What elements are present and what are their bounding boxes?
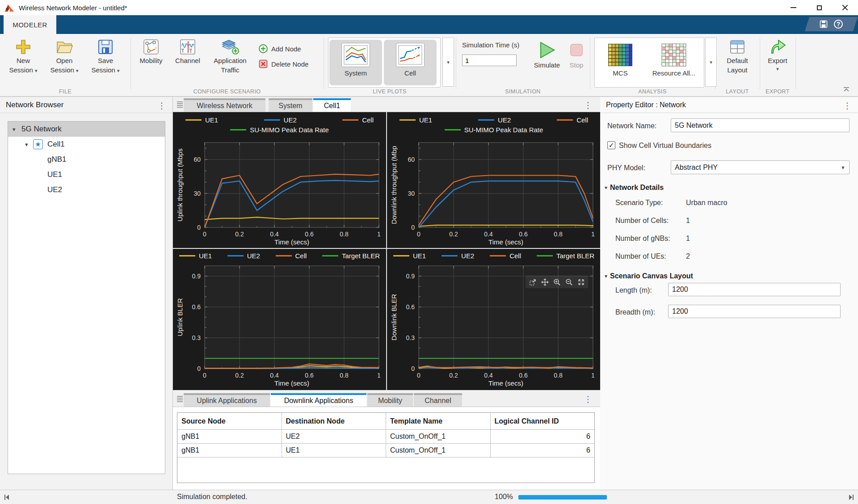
quick-save-icon[interactable] [820,20,828,28]
delete-node-icon [258,59,268,69]
resource-allocation-button[interactable]: Resource All... [646,40,702,85]
delete-node-button[interactable]: Delete Node [258,59,308,69]
plot-panel-menu-icon[interactable]: ⋮ [584,100,593,110]
channel-button[interactable]: Channel [171,38,205,65]
restore-view-icon[interactable] [576,277,586,287]
application-traffic-button[interactable]: Application Traffic [206,38,254,74]
minimize-button[interactable] [780,0,806,15]
legend-line-swatch [478,119,494,121]
app-logo-icon [4,3,14,12]
live-plots-dropdown[interactable]: ▾ [442,38,454,87]
network-name-input[interactable] [671,118,850,132]
analysis-dropdown[interactable]: ▾ [705,38,717,87]
drag-handle-icon[interactable] [177,396,183,402]
mcs-button[interactable]: MCS [595,40,645,85]
caret-down-icon: ▾ [35,68,38,73]
phy-model-dropdown[interactable]: Abstract PHY ▼ [671,160,850,174]
legend-item: UE1 [179,252,212,260]
export-button[interactable]: Export ▾ [761,38,795,72]
new-session-button[interactable]: New Session ▾ [4,38,43,75]
titlebar: Wireless Network Modeler - untitled* [0,0,858,15]
tab-downlink-applications[interactable]: Downlink Applications [271,393,366,407]
svg-text:Uplink throughput (Mbps: Uplink throughput (Mbps [176,148,184,221]
table-header-row: Source Node Destination Node Template Na… [177,413,594,430]
svg-text:0.9: 0.9 [406,273,415,280]
tree-item-ue2[interactable]: UE2 [8,182,165,197]
tree-item-ue1[interactable]: UE1 [8,167,165,182]
add-node-button[interactable]: Add Node [258,44,301,54]
breadth-input[interactable] [668,305,841,318]
downlink-bler-legend: UE1UE2CellTarget BLER [387,249,601,262]
tree-item-cell1[interactable]: ▾ ★ Cell1 [8,137,165,152]
collapse-left-panel-icon[interactable] [4,494,11,501]
save-session-button[interactable]: Save Session ▾ [86,38,125,75]
progress-percent: 100% [472,493,513,501]
drag-handle-icon[interactable] [177,101,183,108]
section-caret-icon: ▾ [605,273,607,279]
canvas-layout-section[interactable]: ▾ Scenario Canvas Layout [605,272,693,280]
tab-cell1[interactable]: Cell1 [313,98,351,112]
quick-access-toolbar: ? [805,17,858,31]
property-editor-header: Property Editor : Network ⋮ [600,97,858,113]
network-details-section[interactable]: ▾ Network Details [605,184,664,192]
svg-text:0.8: 0.8 [340,231,349,238]
table-row[interactable]: gNB1 UE1 Custom_OnOff_1 6 [177,444,594,458]
caret-down-icon: ▾ [710,59,712,65]
svg-text:0.4: 0.4 [484,372,493,379]
maximize-button[interactable] [806,0,832,15]
axes-toolbar [526,276,588,288]
simulation-time-input[interactable] [462,55,517,66]
tree-item-gnb1[interactable]: gNB1 [8,152,165,167]
legend-item: UE2 [478,116,511,124]
tree-caret-icon[interactable]: ▾ [25,141,28,148]
tab-channel[interactable]: Channel [414,393,462,407]
live-plots-area: UE1UE2CellSU-MIMO Peak Data Rate 00.20.4… [173,112,601,390]
show-boundaries-checkbox[interactable]: ✓ [607,141,615,149]
table-row[interactable]: gNB1 UE2 Custom_OnOff_1 6 [177,430,594,444]
system-plot-toggle[interactable]: System [329,40,382,85]
property-editor-panel: Property Editor : Network ⋮ Network Name… [600,97,858,490]
help-icon[interactable]: ? [834,20,843,29]
applications-tabstrip: Uplink Applications Downlink Application… [173,390,601,407]
collapse-ribbon-icon[interactable] [843,87,850,92]
legend-item: UE1 [393,252,426,260]
dropdown-caret-icon: ▼ [841,165,845,170]
close-button[interactable] [832,0,858,15]
plot-tabstrip: Wireless Network System Cell1 ⋮ [173,97,601,112]
number-of-gnbs-value: 1 [686,235,690,243]
length-input[interactable] [668,283,841,296]
zoom-out-icon[interactable] [564,277,574,287]
pan-icon[interactable] [540,277,550,287]
collapse-right-panel-icon[interactable] [847,494,854,501]
network-browser-menu-icon[interactable]: ⋮ [157,101,166,111]
scenario-type-value: Urban macro [686,199,727,207]
svg-text:0.8: 0.8 [554,372,563,379]
tab-modeler[interactable]: MODELER [4,15,56,34]
tab-uplink-applications[interactable]: Uplink Applications [184,393,270,407]
resource-allocation-icon [661,43,686,67]
export-plot-icon[interactable] [528,277,538,287]
default-layout-button[interactable]: Default Layout [718,38,757,74]
applications-panel-menu-icon[interactable]: ⋮ [584,394,593,404]
simulate-button[interactable]: Simulate [530,40,564,69]
tab-mobility[interactable]: Mobility [367,393,413,407]
tree-caret-icon[interactable]: ▾ [13,126,16,133]
open-session-button[interactable]: Open Session ▾ [45,38,84,75]
cell-plot-toggle[interactable]: Cell [384,40,437,85]
tree-item-5g-network[interactable]: ▾ 5G Network [8,122,165,137]
downlink-throughput-legend: UE1UE2CellSU-MIMO Peak Data Rate [387,112,601,139]
tab-system[interactable]: System [269,98,312,112]
zoom-in-icon[interactable] [552,277,562,287]
tab-wireless-network[interactable]: Wireless Network [184,98,265,112]
analysis-gallery: MCS [594,38,704,88]
property-editor-menu-icon[interactable]: ⋮ [843,101,852,111]
group-label-export: EXPORT [760,88,795,95]
quadrant-divider-vertical [386,112,387,390]
svg-text:0: 0 [197,224,201,231]
mobility-button[interactable]: Mobility [134,38,168,65]
number-of-cells-value: 1 [686,217,690,225]
svg-text:0.4: 0.4 [484,231,493,238]
stop-button[interactable]: Stop [565,40,588,69]
svg-text:30: 30 [193,190,201,197]
property-editor-title: Property Editor : Network [606,101,686,109]
